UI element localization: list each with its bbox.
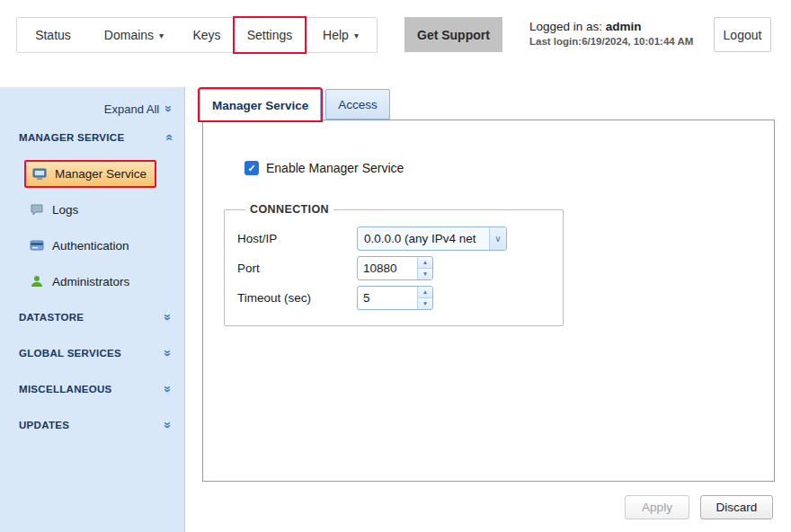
check-icon: ✓ [247, 164, 255, 173]
timeout-input[interactable] [358, 287, 417, 309]
host-ip-value: 0.0.0.0 (any IPv4 net [358, 227, 489, 250]
port-input[interactable] [358, 257, 417, 279]
sidebar-item-manager-service[interactable]: Manager Service [24, 160, 156, 188]
nav-domains[interactable]: Domains ▾ [89, 18, 179, 52]
sidebar-section-datastore[interactable]: DATASTORE » [0, 299, 184, 335]
key-icon [30, 238, 44, 253]
caret-down-icon: ▾ [354, 31, 359, 40]
host-ip-select[interactable]: 0.0.0.0 (any IPv4 net ∨ [357, 226, 507, 251]
nav-keys[interactable]: Keys [179, 18, 235, 52]
enable-manager-service-checkbox[interactable]: ✓ [244, 161, 259, 175]
nav-domains-label: Domains [104, 28, 154, 42]
timeout-decrement-button[interactable]: ▼ [418, 297, 432, 309]
section-label: DATASTORE [19, 312, 84, 323]
enable-manager-service-label: Enable Manager Service [266, 161, 404, 175]
section-label: MISCELLANEOUS [19, 384, 112, 395]
sidebar-section-manager-service[interactable]: MANAGER SERVICE » [0, 120, 184, 155]
tab-manager-service[interactable]: Manager Service [200, 89, 321, 120]
tab-label: Access [338, 98, 378, 111]
sidebar-section-updates[interactable]: UPDATES » [0, 407, 184, 443]
chevron-double-down-icon: » [162, 350, 174, 357]
port-increment-button[interactable]: ▲ [418, 257, 432, 268]
logged-in-prefix: Logged in as: [529, 20, 602, 33]
nav-status-label: Status [35, 28, 71, 42]
nav-help[interactable]: Help ▾ [305, 18, 377, 52]
expand-all-label: Expand All [104, 102, 159, 116]
timeout-label: Timeout (sec) [237, 291, 357, 305]
nav-settings-label: Settings [247, 28, 293, 42]
spinner-down-icon: ▼ [422, 301, 428, 307]
spinner-down-icon: ▼ [422, 271, 428, 278]
sidebar-item-logs[interactable]: Logs [0, 191, 184, 227]
timeout-input-group: ▲ ▼ [357, 286, 433, 310]
content-panel: ✓ Enable Manager Service CONNECTION Host… [202, 120, 775, 482]
logged-in-line: Logged in as: admin [529, 20, 693, 33]
section-label: MANAGER SERVICE [19, 132, 124, 143]
nav-help-label: Help [323, 28, 349, 42]
tab-bar: Manager Service Access [200, 89, 390, 120]
port-decrement-button[interactable]: ▼ [418, 268, 432, 279]
chevron-double-up-icon: » [162, 134, 174, 141]
server-icon [32, 167, 47, 182]
sidebar: Expand All » MANAGER SERVICE » Manager S… [0, 87, 185, 532]
connection-legend: CONNECTION [245, 203, 333, 216]
caret-down-icon: ▾ [159, 31, 164, 40]
chevron-double-down-icon: » [162, 421, 174, 429]
logged-in-user: admin [606, 20, 642, 33]
user-icon [30, 274, 44, 288]
timeout-increment-button[interactable]: ▲ [418, 287, 432, 297]
sidebar-item-label: Administrators [52, 275, 129, 288]
port-spinner: ▲ ▼ [417, 257, 432, 279]
sidebar-item-administrators[interactable]: Administrators [0, 263, 184, 299]
connection-fieldset: CONNECTION Host/IP 0.0.0.0 (any IPv4 net… [224, 203, 564, 326]
tab-label: Manager Service [212, 99, 308, 112]
tab-access[interactable]: Access [325, 89, 390, 120]
apply-button[interactable]: Apply [625, 495, 689, 519]
timeout-spinner: ▲ ▼ [417, 287, 432, 309]
sidebar-section-miscellaneous[interactable]: MISCELLANEOUS » [0, 371, 184, 407]
chevron-double-down-icon: » [162, 386, 174, 393]
top-navigation: Status Domains ▾ Keys Settings Help ▾ [16, 17, 378, 53]
sidebar-item-label: Logs [52, 203, 78, 217]
get-support-button[interactable]: Get Support [404, 17, 502, 52]
spinner-up-icon: ▲ [422, 260, 428, 266]
section-label: GLOBAL SERVICES [19, 348, 121, 359]
app-root: Status Domains ▾ Keys Settings Help ▾ Ge… [0, 0, 791, 532]
sidebar-item-authentication[interactable]: Authentication [0, 227, 184, 263]
host-ip-row: Host/IP 0.0.0.0 (any IPv4 net ∨ [237, 226, 563, 251]
section-label: UPDATES [19, 420, 69, 430]
login-info: Logged in as: admin Last login:6/19/2024… [529, 20, 693, 47]
timeout-row: Timeout (sec) ▲ ▼ [237, 286, 563, 310]
comment-icon [30, 202, 44, 217]
port-row: Port ▲ ▼ [237, 256, 563, 280]
logout-button[interactable]: Logout [714, 17, 771, 52]
port-label: Port [237, 262, 357, 275]
host-ip-label: Host/IP [237, 232, 357, 245]
chevron-double-down-icon: » [162, 314, 174, 321]
expand-all-link[interactable]: Expand All » [0, 98, 184, 120]
nav-status[interactable]: Status [17, 18, 89, 52]
last-login: Last login:6/19/2024, 10:01:44 AM [529, 36, 693, 47]
chevron-double-down-icon: » [163, 105, 175, 112]
port-input-group: ▲ ▼ [357, 256, 433, 280]
sidebar-section-global-services[interactable]: GLOBAL SERVICES » [0, 335, 184, 371]
discard-button[interactable]: Discard [700, 495, 773, 519]
spinner-up-icon: ▲ [422, 289, 428, 296]
select-chevron-icon: ∨ [489, 227, 506, 250]
enable-manager-service-row: ✓ Enable Manager Service [244, 161, 404, 175]
nav-settings[interactable]: Settings [235, 18, 305, 52]
sidebar-item-label: Manager Service [55, 167, 147, 181]
sidebar-item-label: Authentication [52, 239, 129, 253]
nav-keys-label: Keys [192, 28, 220, 42]
